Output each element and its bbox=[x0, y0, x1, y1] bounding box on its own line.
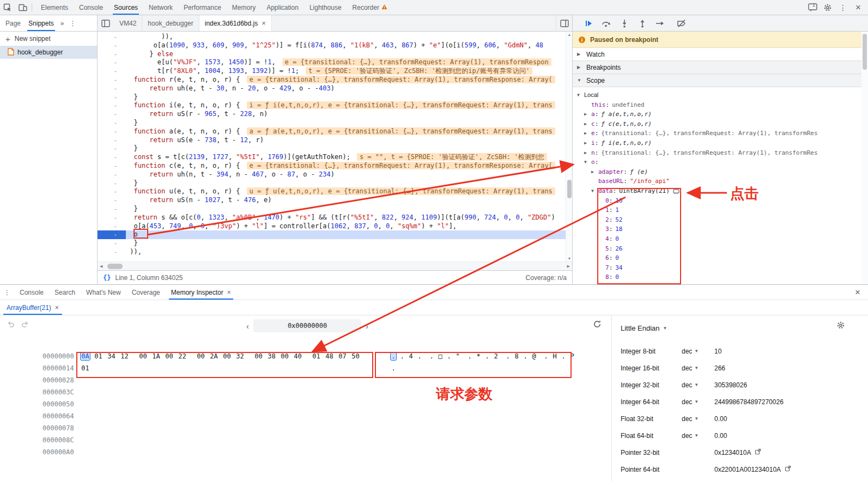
ascii-char[interactable]: @ bbox=[531, 352, 537, 360]
snippet-item-hook-debugger[interactable]: hook_debugger bbox=[0, 46, 97, 59]
scroll-up-icon[interactable]: ▲ bbox=[566, 33, 572, 36]
tab-recorder[interactable]: Recorder bbox=[347, 0, 393, 15]
console-messages-badge[interactable]: 1 bbox=[806, 0, 820, 15]
code-line[interactable]: function c(e, t, n, o, r) {e = {transiti… bbox=[126, 162, 566, 171]
ascii-char[interactable]: 8 bbox=[514, 352, 519, 360]
close-icon[interactable]: × bbox=[55, 305, 59, 311]
gutter-line[interactable]: - bbox=[98, 93, 126, 102]
inspect-element-icon[interactable] bbox=[0, 0, 15, 15]
value-mode-dropdown[interactable]: dec▼ bbox=[682, 432, 714, 440]
chevron-right-icon[interactable]: ▶ bbox=[584, 129, 591, 138]
gutter-line[interactable]: - bbox=[98, 33, 126, 41]
scope-var-e[interactable]: ▶e:{transitional: {…}, transformRequest:… bbox=[573, 129, 868, 138]
chevron-right-icon[interactable]: ▶ bbox=[591, 167, 598, 177]
debugger-scrollbar[interactable] bbox=[861, 32, 868, 284]
memory-address-input[interactable] bbox=[253, 319, 361, 332]
step-button[interactable] bbox=[655, 19, 665, 28]
gutter-line[interactable]: - bbox=[98, 41, 126, 50]
tab-elements[interactable]: Elements bbox=[35, 0, 74, 15]
tab-memory[interactable]: Memory bbox=[227, 0, 261, 15]
code-line[interactable]: e[u("V%JF", 1573, 1450)] = !1,e = {trans… bbox=[126, 58, 566, 67]
value-mode-dropdown[interactable]: dec▼ bbox=[682, 381, 714, 389]
gutter-line[interactable]: - bbox=[98, 67, 126, 76]
code-editor[interactable]: -------------------------- )), o[a(1090,… bbox=[98, 32, 572, 261]
hex-byte[interactable]: 2A bbox=[209, 352, 218, 360]
gutter-line[interactable]: - bbox=[98, 84, 126, 93]
gutter-line[interactable]: - bbox=[98, 101, 126, 110]
code-line[interactable]: } bbox=[126, 179, 566, 188]
chevron-right-icon[interactable]: ▶ bbox=[584, 109, 591, 119]
ascii-char[interactable]: □ bbox=[438, 352, 443, 360]
tab-lighthouse[interactable]: Lighthouse bbox=[304, 0, 347, 15]
tab-console[interactable]: Console bbox=[74, 0, 108, 15]
new-snippet-button[interactable]: + New snippet bbox=[0, 32, 97, 46]
gutter-line[interactable]: - bbox=[98, 196, 126, 205]
navigator-tab-page[interactable]: Page bbox=[4, 15, 22, 31]
gutter-line[interactable]: - bbox=[98, 248, 126, 257]
scope-var-adapter[interactable]: ▶adapter:ƒ (e) bbox=[573, 167, 868, 177]
hex-byte[interactable]: 1A bbox=[151, 352, 161, 360]
navigator-menu-icon[interactable]: ⋮ bbox=[69, 20, 76, 27]
device-toolbar-icon[interactable] bbox=[15, 0, 31, 15]
code-line[interactable]: return uh(e, t - 30, n - 20, o - 429, o … bbox=[126, 84, 566, 93]
scope-var-data[interactable]: ▼data:Uint8Array(21) bbox=[573, 186, 868, 196]
value-mode-dropdown[interactable]: dec▼ bbox=[682, 364, 714, 372]
scope-var-a[interactable]: ▶a:ƒ a(e,t,n,o,r) bbox=[573, 109, 868, 119]
history-forward-icon[interactable] bbox=[21, 320, 29, 329]
close-devtools-icon[interactable]: × bbox=[851, 0, 866, 15]
scope-var-c[interactable]: ▶c:ƒ c(e,t,n,o,r) bbox=[573, 119, 868, 129]
gutter-line[interactable]: - bbox=[98, 76, 126, 84]
code-line[interactable]: } bbox=[126, 144, 566, 153]
chevron-right-icon[interactable]: ▶ bbox=[584, 138, 591, 148]
scope-var-4[interactable]: 4:0 bbox=[573, 234, 868, 244]
ascii-char[interactable]: * bbox=[476, 352, 481, 360]
code-line[interactable]: o[a(1090, 933, 609, 909, "1^25")] = f[i(… bbox=[126, 41, 566, 50]
editor-tab-hook-debugger[interactable]: hook_debugger bbox=[142, 15, 199, 31]
hex-byte[interactable]: 32 bbox=[235, 352, 245, 360]
toggle-navigator-icon[interactable] bbox=[98, 15, 114, 31]
close-icon[interactable]: × bbox=[227, 289, 231, 296]
gutter-line[interactable]: - bbox=[98, 179, 126, 188]
editor-code[interactable]: )), o[a(1090, 933, 609, 909, "1^25")] = … bbox=[126, 33, 566, 257]
scrollbar-thumb[interactable] bbox=[567, 180, 572, 198]
tab-arraybuffer[interactable]: ArrayBuffer(21) × bbox=[0, 300, 65, 315]
code-line[interactable]: } bbox=[126, 93, 566, 102]
hex-byte[interactable]: 38 bbox=[267, 352, 276, 360]
code-line[interactable]: } bbox=[126, 239, 566, 248]
chevron-right-icon[interactable]: ▶ bbox=[584, 148, 591, 158]
editor-tab-vm42[interactable]: VM42 bbox=[114, 15, 142, 31]
value-settings-gear-icon[interactable] bbox=[836, 321, 845, 331]
settings-gear-icon[interactable] bbox=[820, 0, 835, 15]
drawer-tab-search[interactable]: Search bbox=[49, 285, 81, 300]
ascii-char[interactable]: 4 bbox=[408, 352, 414, 360]
editor-horizontal-scrollbar[interactable]: ◀ ▶ bbox=[98, 261, 572, 270]
scope-var-baseURL[interactable]: baseURL:"/info_api" bbox=[573, 176, 868, 186]
code-line[interactable]: t[r("8XL0", 1004, 1393, 1392)] = !1;t = … bbox=[126, 67, 566, 76]
hex-byte[interactable]: 00 bbox=[280, 352, 289, 360]
code-line[interactable]: function i(e, t, n, o, r) {i = ƒ i(e,t,n… bbox=[126, 101, 566, 110]
value-mode-dropdown[interactable]: dec▼ bbox=[682, 398, 714, 406]
chevron-down-icon[interactable]: ▼ bbox=[584, 157, 591, 167]
ascii-char[interactable]: . bbox=[417, 352, 422, 360]
navigator-overflow-icon[interactable]: » bbox=[60, 20, 64, 27]
ascii-char[interactable]: H bbox=[552, 352, 557, 360]
more-options-icon[interactable]: ⋮ bbox=[835, 0, 851, 15]
gutter-line[interactable]: - bbox=[98, 230, 126, 239]
pretty-print-icon[interactable]: {} bbox=[103, 274, 111, 282]
hex-byte[interactable]: 01 bbox=[94, 352, 103, 360]
gutter-line[interactable]: - bbox=[98, 239, 126, 248]
scroll-down-icon[interactable]: ▼ bbox=[566, 257, 572, 260]
close-icon[interactable]: × bbox=[262, 20, 266, 27]
code-line[interactable]: return uS(e - 738, t - 12, r) bbox=[126, 136, 566, 145]
value-mode-dropdown[interactable]: dec▼ bbox=[682, 348, 714, 355]
gutter-line[interactable]: - bbox=[98, 110, 126, 119]
ascii-char[interactable]: . bbox=[505, 352, 511, 360]
hex-byte[interactable]: 48 bbox=[325, 352, 334, 360]
scope-var-this[interactable]: this:undefined bbox=[573, 100, 868, 110]
code-line[interactable]: )), bbox=[126, 248, 566, 257]
refresh-icon[interactable] bbox=[593, 320, 602, 330]
hex-byte[interactable]: 00 bbox=[138, 352, 148, 360]
scope-local-row[interactable]: ▼Local bbox=[573, 90, 868, 100]
gutter-line[interactable]: - bbox=[98, 58, 126, 67]
value-mode-dropdown[interactable]: dec▼ bbox=[682, 415, 714, 423]
